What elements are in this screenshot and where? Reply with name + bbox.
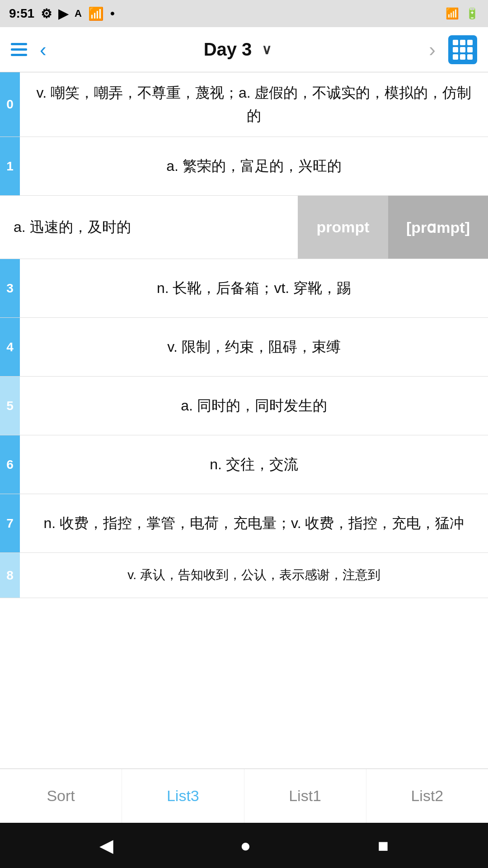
nav-bar: ‹ Day 3 ∨ › (0, 27, 488, 72)
vocab-list: 0 v. 嘲笑，嘲弄，不尊重，蔑视；a. 虚假的，不诚实的，模拟的，仿制的 1 … (0, 72, 488, 769)
status-bar: 9:51 ⚙ ▶ A 📶 • 📶 🔋 (0, 0, 488, 27)
time-display: 9:51 (9, 6, 34, 21)
row-definition: n. 长靴，后备箱；vt. 穿靴，踢 (20, 259, 488, 317)
status-right-icons: 📶 🔋 (446, 7, 479, 20)
row-definition: v. 承认，告知收到，公认，表示感谢，注意到 (20, 553, 488, 598)
play-icon: ▶ (58, 6, 68, 21)
day-title: Day 3 (204, 39, 252, 60)
overlay-word: prompt (298, 196, 388, 259)
android-recent-button[interactable]: ■ (378, 835, 389, 856)
row-definition: n. 交往，交流 (20, 435, 488, 494)
row-index: 0 (0, 72, 20, 137)
android-nav-bar: ◀ ● ■ (0, 823, 488, 868)
battery-icon: 🔋 (465, 7, 479, 20)
status-time: 9:51 ⚙ ▶ A 📶 • (9, 6, 115, 21)
row-index: 7 (0, 494, 20, 552)
vocab-row[interactable]: 3 n. 长靴，后备箱；vt. 穿靴，踢 (0, 259, 488, 318)
prev-day-button[interactable]: ‹ (36, 40, 50, 60)
nav-center: Day 3 ∨ (204, 39, 272, 60)
nav-left: ‹ (11, 40, 50, 60)
row-index: 3 (0, 259, 20, 317)
row-definition: n. 收费，指控，掌管，电荷，充电量；v. 收费，指控，充电，猛冲 (20, 494, 488, 552)
tab-list1-label: List1 (289, 787, 321, 805)
tab-list2-label: List2 (411, 787, 443, 805)
vocab-row[interactable]: 8 v. 承认，告知收到，公认，表示感谢，注意到 (0, 553, 488, 598)
vocab-row[interactable]: 6 n. 交往，交流 (0, 435, 488, 494)
row-index: 5 (0, 377, 20, 435)
tab-list3-label: List3 (167, 787, 199, 805)
dropdown-icon[interactable]: ∨ (262, 42, 272, 57)
bottom-tab-bar: Sort List3 List1 List2 (0, 769, 488, 823)
tab-sort[interactable]: Sort (0, 769, 122, 823)
dot-icon: • (110, 6, 115, 21)
nav-right: › (425, 35, 477, 64)
signal-icon: 📶 (446, 7, 459, 20)
tab-sort-label: Sort (47, 787, 75, 805)
vocab-row[interactable]: 7 n. 收费，指控，掌管，电荷，充电量；v. 收费，指控，充电，猛冲 (0, 494, 488, 553)
row-index: 8 (0, 553, 20, 598)
overlay-phonetic: [prɑmpt] (388, 196, 488, 259)
word-overlay[interactable]: prompt [prɑmpt] (298, 196, 488, 259)
text-icon: A (75, 8, 82, 19)
vocab-row[interactable]: 5 a. 同时的，同时发生的 (0, 377, 488, 435)
wifi-icon: 📶 (88, 6, 104, 21)
row-definition: v. 嘲笑，嘲弄，不尊重，蔑视；a. 虚假的，不诚实的，模拟的，仿制的 (20, 72, 488, 137)
android-back-button[interactable]: ◀ (99, 835, 113, 856)
row-index: 4 (0, 318, 20, 376)
grid-view-button[interactable] (448, 35, 477, 64)
vocab-row[interactable]: 4 v. 限制，约束，阻碍，束缚 (0, 318, 488, 377)
tab-list2[interactable]: List2 (366, 769, 488, 823)
vocab-row[interactable]: 1 a. 繁荣的，富足的，兴旺的 (0, 137, 488, 196)
android-home-button[interactable]: ● (240, 835, 251, 856)
row-definition: a. 同时的，同时发生的 (20, 377, 488, 435)
tab-list3[interactable]: List3 (122, 769, 244, 823)
settings-icon: ⚙ (41, 6, 52, 21)
row-definition: v. 限制，约束，阻碍，束缚 (20, 318, 488, 376)
vocab-row[interactable]: a. 迅速的，及时的 prompt [prɑmpt] (0, 196, 488, 259)
row-definition: a. 繁荣的，富足的，兴旺的 (20, 137, 488, 195)
row-index: 1 (0, 137, 20, 195)
row-index: 6 (0, 435, 20, 494)
vocab-row[interactable]: 0 v. 嘲笑，嘲弄，不尊重，蔑视；a. 虚假的，不诚实的，模拟的，仿制的 (0, 72, 488, 137)
tab-list1[interactable]: List1 (244, 769, 366, 823)
hamburger-button[interactable] (11, 43, 27, 56)
next-day-button[interactable]: › (425, 40, 439, 60)
